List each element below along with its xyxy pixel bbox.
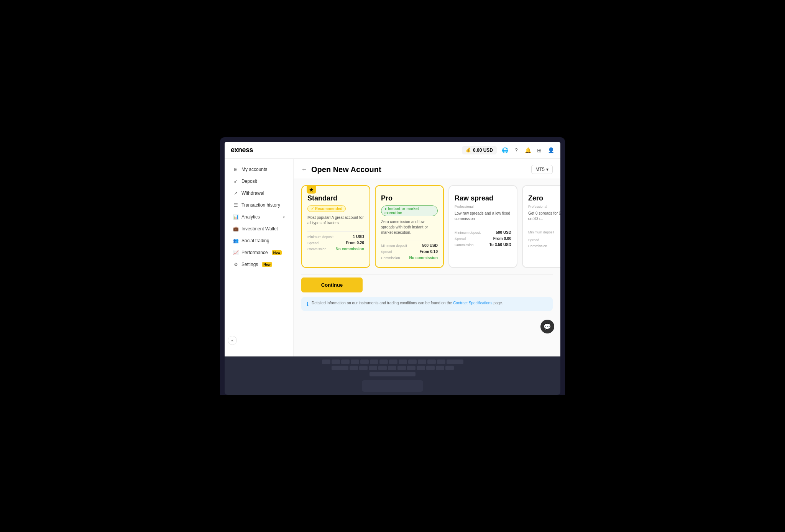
card-raw-commission-row: Commission To 3.50 USD [455,243,511,247]
key [359,366,368,370]
keyboard [225,356,560,395]
key [332,366,348,370]
key [341,360,350,364]
analytics-icon: 📊 [233,214,238,220]
sidebar-item-investment-wallet[interactable]: 💼 Investment Wallet [227,223,291,235]
key [447,360,463,364]
card-raw-desc: Low raw spreads and a low fixed commissi… [455,211,511,222]
card-standard-commission-row: Commission No commission [307,247,364,251]
commission-label: Commission [307,247,327,251]
trackpad[interactable] [362,380,423,392]
settings-badge: New [262,262,272,267]
zero-commission-label: Commission [528,244,547,248]
key [417,366,425,370]
user-icon[interactable]: 👤 [547,147,554,154]
sidebar-item-withdrawal[interactable]: ↗ Withdrawal [227,187,291,199]
sidebar-item-analytics[interactable]: 📊 Analytics ▾ [227,211,291,223]
sidebar-item-performance[interactable]: 📈 Performance New [227,247,291,258]
chat-icon: 💬 [544,323,551,330]
key [437,360,445,364]
sidebar-item-deposit[interactable]: ↙ Deposit [227,176,291,187]
spread-value: From 0.20 [346,241,364,245]
sidebar-label-performance: Performance [241,250,268,255]
raw-spread-value: From 0.00 [493,236,511,241]
card-raw-title: Raw spread [455,194,511,202]
withdrawal-icon: ↗ [233,190,238,196]
card-zero[interactable]: Zero Professional Get 0 spreads for 95% … [522,185,560,268]
pro-deposit-label: Minimum deposit [381,244,407,248]
social-icon: 👥 [233,238,238,243]
key [445,366,454,370]
sidebar-label-deposit: Deposit [241,179,257,184]
key [397,366,406,370]
content-area: ← Open New Account MT5 ▾ [294,159,560,356]
card-zero-deposit-row: Minimum deposit [528,230,560,234]
card-standard-spread-row: Spread From 0.20 [307,241,364,245]
back-button[interactable]: ← [301,166,307,173]
sidebar-item-my-accounts[interactable]: ⊞ My accounts [227,164,291,175]
collapse-icon: « [231,338,233,343]
spacebar [370,372,415,376]
platform-selector[interactable]: MT5 ▾ [531,165,553,174]
card-pro-badge: ● Instant or market execution [381,205,438,216]
wallet-icon: 💼 [233,226,238,232]
sidebar-label-social-trading: Social trading [241,238,269,243]
card-raw-spread-row: Spread From 0.00 [455,236,511,241]
key [408,360,417,364]
balance-icon: 💰 [466,148,471,153]
key [388,366,396,370]
card-pro-commission-row: Commission No commission [381,256,438,260]
raw-commission-value: To 3.50 USD [489,243,511,247]
key [351,360,359,364]
pro-spread-value: From 0.10 [420,250,438,254]
card-zero-desc: Get 0 spreads for 95% of the day on 30 i… [528,211,560,222]
sidebar-label-transaction-history: Transaction history [241,202,280,208]
pro-commission-value: No commission [409,256,438,260]
card-zero-commission-row: Commission [528,244,560,248]
raw-deposit-value: 500 USD [496,230,511,235]
analytics-chevron: ▾ [283,215,285,219]
accounts-icon: ⊞ [233,167,238,172]
card-raw-subtitle: Professional [455,205,511,209]
card-standard[interactable]: ★ Standard ✓ Recommended Most popular! A… [301,185,370,268]
sidebar-item-social-trading[interactable]: 👥 Social trading [227,235,291,246]
question-icon[interactable]: ? [513,147,520,154]
grid-icon[interactable]: ⊞ [536,147,543,154]
key [389,360,397,364]
sidebar-label-investment-wallet: Investment Wallet [241,226,278,232]
platform-chevron: ▾ [546,167,549,172]
card-pro-title: Pro [381,194,438,202]
key [418,360,426,364]
logo: exness [231,146,253,154]
content-header: ← Open New Account MT5 ▾ [294,159,560,179]
spread-label: Spread [307,241,319,245]
cards-row: ★ Standard ✓ Recommended Most popular! A… [301,185,553,268]
info-text: Detailed information on our instruments … [312,301,503,305]
sidebar-item-settings[interactable]: ⚙ Settings New [227,259,291,270]
zero-spread-label: Spread [528,238,539,242]
continue-section: Continue [294,274,560,297]
sidebar-label-my-accounts: My accounts [241,167,267,172]
key [370,360,378,364]
card-pro-desc: Zero commission and low spreads with bot… [381,219,438,235]
key [379,360,388,364]
star-icon: ★ [307,185,316,194]
sidebar-collapse-button[interactable]: « [228,336,237,345]
card-raw-deposit-row: Minimum deposit 500 USD [455,230,511,235]
card-pro[interactable]: Pro ● Instant or market execution Zero c… [375,185,444,268]
balance-badge[interactable]: 💰 0.00 USD [462,146,497,154]
key [378,366,387,370]
card-standard-deposit-row: Minimum deposit 1 USD [307,235,364,239]
sidebar-item-transaction-history[interactable]: ☰ Transaction history [227,199,291,211]
continue-button[interactable]: Continue [301,277,363,292]
performance-badge: New [272,250,282,255]
globe-icon[interactable]: 🌐 [501,147,508,154]
page-title-row: ← Open New Account [301,165,381,174]
card-raw-spread[interactable]: Raw spread Professional Low raw spreads … [448,185,517,268]
bell-icon[interactable]: 🔔 [524,147,531,154]
chat-button[interactable]: 💬 [540,320,554,333]
card-zero-subtitle: Professional [528,205,560,209]
contract-specs-link[interactable]: Contract Specifications [453,301,492,305]
sidebar-label-settings: Settings [241,262,258,267]
card-zero-spread-row: Spread ● [528,236,560,242]
